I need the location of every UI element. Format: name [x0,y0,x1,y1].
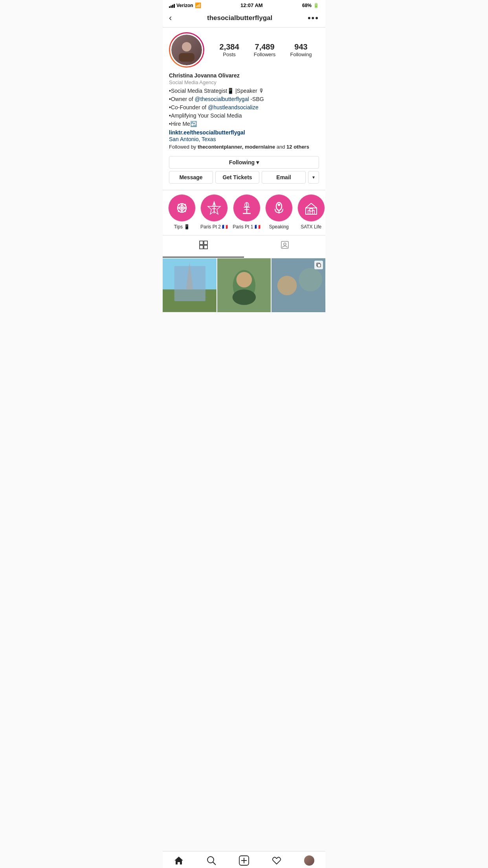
highlight-tips[interactable]: Tips 📱 [168,194,196,230]
svg-line-7 [178,204,179,205]
highlight-paris-pt2-label: Paris Pt 2 🇫🇷 [200,224,228,230]
email-button[interactable]: Email [262,171,306,184]
highlight-paris-pt1-circle [233,194,261,222]
bio-section: Christina Jovanna Olivarez Social Media … [169,72,319,154]
svg-rect-32 [204,245,207,249]
svg-line-10 [185,211,186,212]
profile-top: 2,384 Posts 7,489 Followers 943 Followin… [169,32,319,68]
bio-category: Social Media Agency [169,79,319,85]
svg-line-24 [306,203,311,208]
photo-grid [163,258,325,312]
svg-point-34 [284,243,286,245]
avatar-image [171,35,202,65]
battery-icon: 🔋 [313,3,319,8]
tab-grid[interactable] [163,235,244,257]
svg-point-41 [236,272,252,288]
highlight-speaking-label: Speaking [269,224,289,230]
bio-line-2: •Owner of @thesocialbutterflygal -SBG [169,95,319,103]
bio-line-1: •Social Media Strategist📱 |Speaker 🎙 [169,87,319,95]
tagged-icon [280,240,290,252]
svg-rect-2 [179,53,194,62]
photo-cell-3[interactable] [272,258,325,312]
followers-label: Followers [254,51,276,57]
highlight-paris-pt2-circle [200,194,228,222]
tabs-section [163,235,325,257]
status-bar: Verizon 📶 12:07 AM 68% 🔋 [163,0,325,10]
signal-bar-1 [169,6,170,8]
highlight-tips-circle [168,194,196,222]
grid-icon [199,240,208,252]
highlight-tips-label: Tips 📱 [174,224,190,230]
stat-following[interactable]: 943 Following [290,42,312,57]
carrier-label: Verizon [176,3,193,8]
followed-names: thecontentplanner, modernlaine [198,144,275,150]
highlight-satx-circle [297,194,325,222]
highlight-paris-pt1-label: Paris Pt 1 🇫🇷 [233,224,260,230]
following-button[interactable]: Following ▾ [169,156,319,169]
followers-count: 7,489 [255,42,275,51]
action-buttons: Following ▾ Message Get Tickets Email ▾ [169,154,319,187]
avatar [170,33,203,66]
svg-point-22 [278,204,280,206]
bio-line-4: •Amplifying Your Social Media [169,112,319,120]
svg-point-42 [232,289,255,305]
highlight-satx-label: SATX Life [301,224,321,230]
nav-bar: ‹ thesocialbutterflygal ••• [163,10,325,28]
highlight-paris-pt2[interactable]: Paris Pt 2 🇫🇷 [200,194,228,230]
signal-bar-3 [172,5,173,8]
nav-title: thesocialbutterflygal [207,14,272,22]
signal-bar-4 [174,4,175,8]
following-chevron-icon: ▾ [256,159,259,166]
svg-line-25 [311,203,317,208]
stats-row: 2,384 Posts 7,489 Followers 943 Followin… [212,42,319,57]
bio-name: Christina Jovanna Olivarez [169,72,319,79]
highlight-satx[interactable]: SATX Life [297,194,325,230]
photo-cell-1[interactable] [163,258,216,312]
highlight-speaking-circle [265,194,293,222]
signal-bar-2 [171,6,172,8]
highlight-speaking[interactable]: Speaking [265,194,293,230]
svg-line-8 [185,204,186,205]
secondary-buttons-row: Message Get Tickets Email ▾ [169,171,319,184]
stat-posts[interactable]: 2,384 Posts [220,42,239,57]
svg-point-45 [299,268,322,291]
bio-followed-by: Followed by thecontentplanner, modernlai… [169,144,319,150]
posts-count: 2,384 [220,42,239,51]
bio-link[interactable]: linktr.ee/thesocialbutterflygal [169,129,245,136]
bio-line-3: •Co-Founder of @hustleandsocialize [169,103,319,112]
avatar-ring[interactable] [169,32,204,68]
highlights-section: Tips 📱 Paris Pt 2 🇫🇷 Paris Pt 1 🇫🇷 [163,190,325,235]
followed-others: 12 others [286,144,309,150]
svg-point-0 [182,42,191,51]
get-tickets-button[interactable]: Get Tickets [215,171,259,184]
message-button[interactable]: Message [169,171,213,184]
back-button[interactable]: ‹ [169,13,172,23]
wifi-icon: 📶 [195,2,201,8]
status-time: 12:07 AM [240,2,263,8]
photo-cell-2[interactable] [217,258,271,312]
bio-location: San Antonio, Texas [169,136,319,142]
svg-point-44 [277,276,297,296]
highlight-paris-pt1[interactable]: Paris Pt 1 🇫🇷 [233,194,260,230]
bio-line-5: •Hire Me↩️ [169,120,319,128]
svg-rect-47 [317,264,321,267]
svg-rect-31 [200,245,203,249]
svg-rect-30 [204,241,207,245]
following-count: 943 [294,42,307,51]
more-actions-button[interactable]: ▾ [308,171,319,184]
mention-hustle[interactable]: @hustleandsocialize [208,104,259,110]
mention-sbg[interactable]: @thesocialbutterflygal [195,96,249,102]
photo-multi-icon [314,261,323,269]
tab-tagged[interactable] [244,235,325,257]
following-button-label: Following [229,159,255,166]
svg-line-9 [178,211,179,212]
battery-percent: 68% [302,3,312,8]
svg-rect-29 [200,241,203,245]
stat-followers[interactable]: 7,489 Followers [254,42,276,57]
status-left: Verizon 📶 [169,2,201,8]
posts-label: Posts [223,51,236,57]
profile-section: 2,384 Posts 7,489 Followers 943 Followin… [163,28,325,190]
more-options-button[interactable]: ••• [308,13,319,23]
status-right: 68% 🔋 [302,3,319,8]
signal-bars [169,3,175,8]
